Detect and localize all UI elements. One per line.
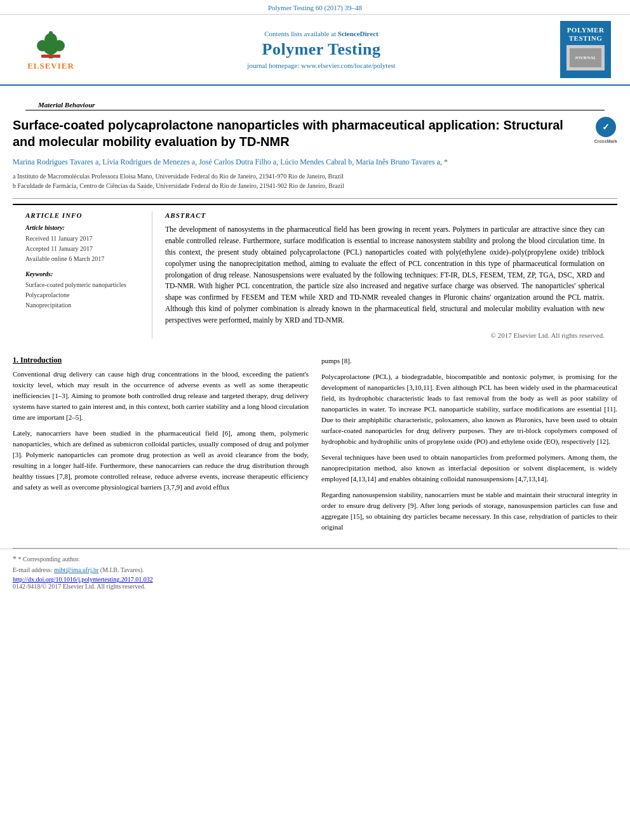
journal-badge-area: POLYMERTESTING JOURNAL <box>554 21 617 78</box>
journal-title: Polymer Testing <box>262 40 381 59</box>
right-paragraph-1: pumps [8]. <box>321 356 617 366</box>
section-label-container: Material Behaviour <box>0 86 630 110</box>
left-content-column: 1. Introduction Conventional drug delive… <box>13 356 309 538</box>
email-link[interactable]: mibt@ima.ufrj.br <box>54 566 98 573</box>
crossmark-label: CrossMark <box>594 138 617 144</box>
authors: Marina Rodrigues Tavares a, Lívia Rodrig… <box>13 156 617 168</box>
keyword-3: Nanoprecipitation <box>25 300 143 310</box>
corresponding-author-note: * * Corresponding author. <box>13 554 617 564</box>
journal-title-area: Contents lists available at ScienceDirec… <box>95 21 547 78</box>
intro-paragraph-2: Lately, nanocarriers have been studied i… <box>13 428 309 493</box>
sciencedirect-line: Contents lists available at ScienceDirec… <box>264 30 378 37</box>
doi-line: http://dx.doi.org/10.1016/j.polymertesti… <box>13 576 617 583</box>
affiliation-b: b Faculdade de Farmácia, Centro de Ciênc… <box>13 181 617 190</box>
abstract-column: Abstract The development of nanosystems … <box>165 211 605 338</box>
copyright-line: © 2017 Elsevier Ltd. All rights reserved… <box>165 331 605 339</box>
abstract-text: The development of nanosystems in the ph… <box>165 224 605 326</box>
elsevier-wordmark: ELSEVIER <box>27 61 74 71</box>
introduction-heading: 1. Introduction <box>13 356 309 365</box>
received-date: Received 11 January 2017 <box>25 234 143 244</box>
svg-text:JOURNAL: JOURNAL <box>575 55 596 60</box>
right-content-column: pumps [8]. Polycaprolactone (PCL), a bio… <box>321 356 617 538</box>
article-title: Surface-coated polycaprolactone nanopart… <box>13 117 617 150</box>
journal-reference: Polymer Testing 60 (2017) 39–48 <box>268 4 362 11</box>
article-info-abstract: Article Info Article history: Received 1… <box>13 204 617 345</box>
crossmark-badge: ✓ CrossMark <box>594 117 617 144</box>
article-info-label: Article Info <box>25 211 143 219</box>
article-header: Surface-coated polycaprolactone nanopart… <box>0 110 630 198</box>
doi-link[interactable]: http://dx.doi.org/10.1016/j.polymertesti… <box>13 576 153 583</box>
header-divider <box>13 198 617 199</box>
right-paragraph-4: Regarding nanosuspension stability, nano… <box>321 490 617 533</box>
article-history-label: Article history: <box>25 224 143 231</box>
section-label: Material Behaviour <box>25 97 605 110</box>
accepted-date: Accepted 11 January 2017 <box>25 244 143 254</box>
keywords-label: Keywords: <box>25 270 143 277</box>
journal-header: ELSEVIER Contents lists available at Sci… <box>0 15 630 86</box>
affiliations: a Instituto de Macromoléculas Professora… <box>13 171 617 190</box>
journal-badge: POLYMERTESTING JOURNAL <box>560 21 611 78</box>
crossmark-icon: ✓ <box>596 117 616 137</box>
available-date: Available online 6 March 2017 <box>25 254 143 264</box>
elsevier-logo: ELSEVIER <box>27 28 74 71</box>
article-footer: * * Corresponding author. E-mail address… <box>0 549 630 595</box>
right-paragraph-3: Several techniques have been used to obt… <box>321 452 617 484</box>
email-line: E-mail address: mibt@ima.ufrj.br (M.I.B.… <box>13 566 617 573</box>
journal-homepage: journal homepage: www.elsevier.com/locat… <box>247 62 395 69</box>
main-content: 1. Introduction Conventional drug delive… <box>0 345 630 549</box>
star-icon: * <box>13 554 17 563</box>
elsevier-tree-icon <box>29 28 73 60</box>
keyword-2: Polycaprolactone <box>25 290 143 300</box>
abstract-label: Abstract <box>165 211 605 219</box>
elsevier-logo-area: ELSEVIER <box>13 21 89 78</box>
affiliation-a: a Instituto de Macromoléculas Professora… <box>13 171 617 181</box>
svg-rect-7 <box>41 55 60 58</box>
keyword-1: Surface-coated polymeric nanoparticles <box>25 280 143 290</box>
sciencedirect-link[interactable]: ScienceDirect <box>338 30 379 37</box>
issn-line: 0142-9418/© 2017 Elsevier Ltd. All right… <box>13 583 617 590</box>
right-paragraph-2: Polycaprolactone (PCL), a biodegradable,… <box>321 371 617 447</box>
badge-title: POLYMERTESTING <box>564 26 607 43</box>
svg-point-5 <box>49 31 53 35</box>
badge-image: JOURNAL <box>566 45 605 70</box>
homepage-link[interactable]: www.elsevier.com/locate/polytest <box>301 62 395 69</box>
article-info-column: Article Info Article history: Received 1… <box>25 211 152 338</box>
top-bar: Polymer Testing 60 (2017) 39–48 <box>0 0 630 15</box>
intro-paragraph-1: Conventional drug delivery can cause hig… <box>13 369 309 423</box>
